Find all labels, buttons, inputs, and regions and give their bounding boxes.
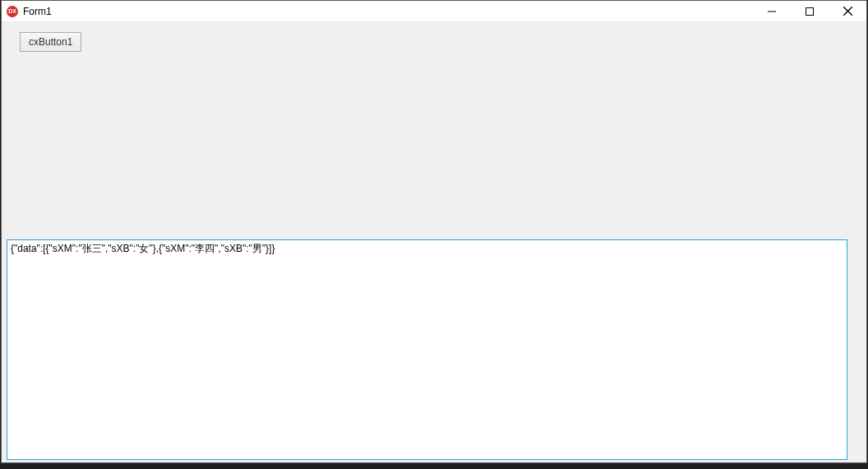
app-window: DX Form1 cxButton1 xyxy=(1,0,867,463)
app-icon: DX xyxy=(7,6,18,17)
client-area: cxButton1 xyxy=(2,22,866,462)
close-icon xyxy=(843,7,852,16)
svg-rect-1 xyxy=(806,7,814,15)
window-title: Form1 xyxy=(23,6,753,17)
window-controls xyxy=(753,1,866,21)
maximize-icon xyxy=(806,7,814,16)
cx-button-1[interactable]: cxButton1 xyxy=(20,32,81,52)
memo-output[interactable] xyxy=(7,239,847,460)
maximize-button[interactable] xyxy=(791,1,829,21)
close-button[interactable] xyxy=(829,1,866,21)
minimize-button[interactable] xyxy=(753,1,791,21)
titlebar[interactable]: DX Form1 xyxy=(2,1,866,22)
minimize-icon xyxy=(768,7,776,16)
